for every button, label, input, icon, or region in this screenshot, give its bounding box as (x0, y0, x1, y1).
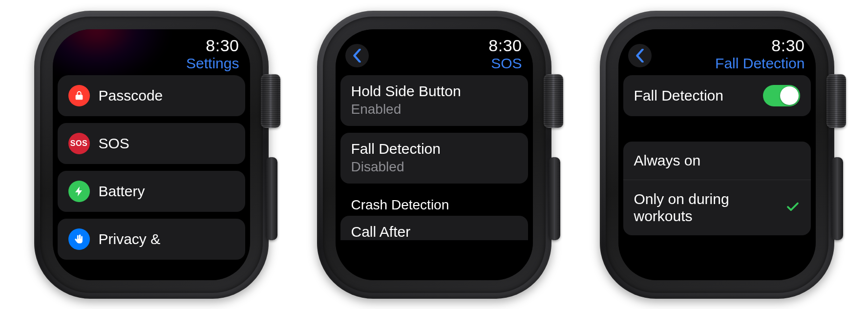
toggle-knob (780, 86, 799, 105)
watch-screen: 8:30 Fall Detection Fall Detection Alway… (618, 29, 816, 280)
fall-detection-toggle-row[interactable]: Fall Detection (623, 75, 811, 116)
option-always-on[interactable]: Always on (623, 142, 811, 180)
screen-title: SOS (491, 55, 522, 72)
option-label: Always on (634, 152, 701, 169)
sos-item-hold-side-button[interactable]: Hold Side Button Enabled (340, 75, 528, 126)
sos-item-fall-detection[interactable]: Fall Detection Disabled (340, 133, 528, 184)
option-label: Only on during workouts (634, 191, 778, 225)
row-secondary: Enabled (351, 102, 517, 117)
digital-crown[interactable] (261, 74, 280, 128)
settings-item-label: Privacy & (99, 231, 161, 247)
fall-detection-content[interactable]: Fall Detection Always on Only on during … (623, 75, 811, 280)
screen-title: Settings (186, 55, 239, 72)
side-button[interactable] (549, 157, 560, 240)
side-button[interactable] (831, 157, 843, 240)
watch-screen: 8:30 SOS Hold Side Button Enabled Fall D… (336, 29, 533, 280)
settings-list[interactable]: Passcode SOS SOS Battery (58, 75, 245, 280)
digital-crown[interactable] (826, 74, 846, 128)
lock-icon (68, 85, 90, 106)
fall-detection-options: Always on Only on during workouts (623, 142, 811, 236)
settings-item-passcode[interactable]: Passcode (58, 75, 245, 116)
section-header-crash-detection: Crash Detection (340, 190, 528, 216)
row-primary: Fall Detection (351, 141, 517, 157)
stage: 8:30 Settings Passcode SOS SOS (0, 0, 868, 309)
settings-item-label: Battery (99, 183, 145, 200)
topbar: 8:30 SOS (336, 36, 522, 75)
toggle-label: Fall Detection (634, 87, 723, 104)
watch-settings: 8:30 Settings Passcode SOS SOS (34, 11, 269, 299)
settings-item-label: SOS (99, 135, 129, 152)
watch-sos: 8:30 SOS Hold Side Button Enabled Fall D… (317, 11, 551, 299)
time: 8:30 (206, 36, 239, 55)
settings-item-battery[interactable]: Battery (58, 171, 245, 212)
topbar: 8:30 Fall Detection (618, 36, 805, 75)
time: 8:30 (771, 36, 804, 55)
hand-icon (68, 228, 90, 250)
option-only-workouts[interactable]: Only on during workouts (623, 180, 811, 235)
bolt-icon (68, 181, 90, 202)
settings-item-sos[interactable]: SOS SOS (58, 123, 245, 164)
settings-item-privacy[interactable]: Privacy & (58, 219, 245, 260)
screen-title: Fall Detection (715, 55, 804, 72)
sos-icon-text: SOS (70, 139, 87, 148)
watch-fall-detection: 8:30 Fall Detection Fall Detection Alway… (600, 11, 834, 299)
sos-icon: SOS (68, 133, 90, 154)
watch-screen: 8:30 Settings Passcode SOS SOS (53, 29, 250, 280)
row-secondary: Disabled (351, 159, 517, 175)
sos-list[interactable]: Hold Side Button Enabled Fall Detection … (340, 75, 528, 280)
side-button[interactable] (266, 157, 277, 240)
sos-item-call-after[interactable]: Call After (340, 216, 528, 240)
time: 8:30 (488, 36, 522, 55)
digital-crown[interactable] (544, 74, 563, 128)
settings-item-label: Passcode (99, 87, 163, 104)
topbar: 8:30 Settings (53, 36, 239, 75)
row-primary: Hold Side Button (351, 83, 517, 100)
fall-detection-toggle[interactable] (763, 85, 800, 106)
checkmark-icon (785, 200, 800, 216)
row-primary: Call After (351, 224, 517, 240)
